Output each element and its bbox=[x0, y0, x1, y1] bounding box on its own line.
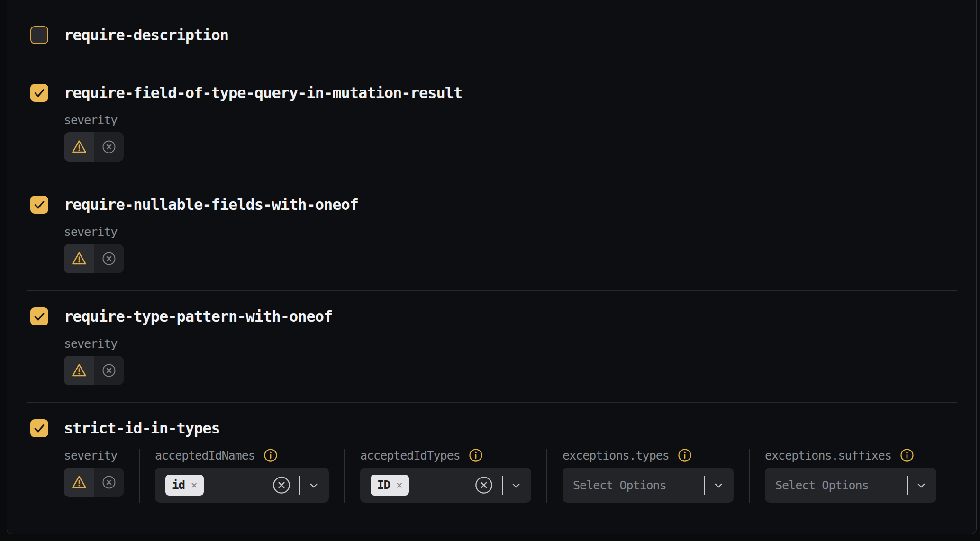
multiselect-input[interactable]: ID ✕ bbox=[360, 468, 531, 503]
rule-header: strict-id-in-types bbox=[30, 418, 957, 438]
rule-title: require-nullable-fields-with-oneof bbox=[64, 196, 358, 214]
column-divider bbox=[749, 449, 750, 503]
warning-triangle-icon bbox=[71, 139, 88, 155]
column-divider bbox=[139, 449, 140, 503]
multiselect-input[interactable]: id ✕ bbox=[155, 468, 329, 503]
rule-options: severity bbox=[64, 449, 957, 503]
option-column-acceptedIdNames: acceptedIdNames id ✕ bbox=[155, 449, 329, 503]
chevron-down-icon[interactable] bbox=[307, 479, 319, 491]
rule-options: severity bbox=[64, 225, 957, 273]
option-label: acceptedIdTypes bbox=[360, 449, 460, 462]
rule-header: require-field-of-type-query-in-mutation-… bbox=[30, 83, 957, 103]
info-icon[interactable] bbox=[469, 448, 483, 462]
remove-tag-icon[interactable]: ✕ bbox=[191, 480, 197, 490]
checkmark-icon bbox=[32, 198, 46, 212]
checkmark-icon bbox=[32, 421, 46, 435]
clear-all-icon[interactable] bbox=[474, 476, 493, 495]
circle-x-icon bbox=[102, 475, 116, 489]
info-icon[interactable] bbox=[900, 448, 914, 462]
separator bbox=[907, 476, 908, 495]
option-column-acceptedIdTypes: acceptedIdTypes ID ✕ bbox=[360, 449, 531, 503]
rule-header: require-nullable-fields-with-oneof bbox=[30, 195, 957, 215]
option-column-exceptions-types: exceptions.types Select Options bbox=[563, 449, 734, 503]
warning-triangle-icon bbox=[71, 474, 88, 490]
chevron-down-icon[interactable] bbox=[915, 479, 927, 491]
column-divider bbox=[546, 449, 547, 503]
option-label: exceptions.suffixes bbox=[765, 449, 891, 462]
severity-off-button[interactable] bbox=[94, 356, 124, 385]
multiselect-input[interactable]: Select Options bbox=[765, 468, 936, 503]
rule-row: require-nullable-fields-with-oneof sever… bbox=[27, 179, 957, 290]
rule-checkbox[interactable] bbox=[30, 26, 48, 44]
rule-checkbox[interactable] bbox=[30, 419, 48, 437]
severity-toggle bbox=[64, 356, 124, 385]
circle-x-icon bbox=[102, 252, 116, 266]
circle-x-icon bbox=[102, 140, 116, 154]
chevron-down-icon[interactable] bbox=[712, 479, 724, 491]
option-label: severity bbox=[64, 337, 117, 351]
rules-list: require-description require-field-of-typ… bbox=[7, 0, 976, 536]
column-divider bbox=[344, 449, 345, 503]
chevron-down-icon[interactable] bbox=[509, 479, 522, 491]
option-label: severity bbox=[64, 449, 117, 462]
severity-off-button[interactable] bbox=[94, 244, 124, 273]
tag-label: id bbox=[172, 478, 185, 492]
severity-toggle bbox=[64, 132, 124, 162]
separator bbox=[299, 476, 300, 495]
selected-tag: ID ✕ bbox=[371, 475, 409, 496]
rule-row: require-field-of-type-query-in-mutation-… bbox=[27, 67, 957, 179]
info-icon[interactable] bbox=[263, 448, 278, 462]
checkmark-icon bbox=[32, 309, 46, 324]
rule-checkbox[interactable] bbox=[30, 307, 48, 325]
rule-title: require-type-pattern-with-oneof bbox=[64, 307, 332, 325]
tag-label: ID bbox=[377, 478, 390, 492]
clear-all-icon[interactable] bbox=[272, 476, 291, 495]
selected-tag: id ✕ bbox=[165, 475, 204, 496]
rule-header: require-type-pattern-with-oneof bbox=[30, 307, 957, 326]
warning-triangle-icon bbox=[71, 362, 88, 379]
select-placeholder: Select Options bbox=[573, 478, 666, 492]
separator bbox=[502, 476, 503, 495]
option-column-severity: severity bbox=[64, 449, 124, 503]
option-label: exceptions.types bbox=[563, 449, 669, 462]
severity-off-button[interactable] bbox=[94, 468, 124, 497]
rule-title: require-field-of-type-query-in-mutation-… bbox=[64, 84, 462, 102]
option-label: acceptedIdNames bbox=[155, 449, 255, 462]
rule-options: severity bbox=[64, 113, 957, 162]
severity-warn-button[interactable] bbox=[64, 132, 94, 162]
severity-toggle bbox=[64, 244, 124, 273]
rule-row: strict-id-in-types severity bbox=[27, 402, 957, 536]
rule-header: require-description bbox=[30, 25, 957, 45]
rule-checkbox[interactable] bbox=[30, 196, 48, 214]
severity-warn-button[interactable] bbox=[64, 356, 94, 385]
info-icon[interactable] bbox=[678, 448, 692, 462]
rule-checkbox[interactable] bbox=[30, 84, 48, 102]
severity-toggle bbox=[64, 468, 124, 497]
rule-row: require-type-pattern-with-oneof severity bbox=[27, 290, 957, 402]
multiselect-input[interactable]: Select Options bbox=[563, 468, 734, 503]
option-label: severity bbox=[64, 113, 117, 127]
rules-config-card: require-description require-field-of-typ… bbox=[7, 0, 977, 534]
severity-warn-button[interactable] bbox=[64, 468, 94, 497]
select-placeholder: Select Options bbox=[775, 478, 869, 492]
severity-off-button[interactable] bbox=[94, 132, 124, 162]
checkmark-icon bbox=[32, 86, 46, 100]
rule-options: severity bbox=[64, 337, 957, 385]
rule-row: require-description bbox=[27, 9, 957, 67]
option-column-exceptions-suffixes: exceptions.suffixes Select Options bbox=[765, 449, 936, 503]
option-label: severity bbox=[64, 225, 117, 239]
rule-title: require-description bbox=[64, 26, 228, 44]
remove-tag-icon[interactable]: ✕ bbox=[396, 480, 402, 490]
severity-warn-button[interactable] bbox=[64, 244, 94, 273]
separator bbox=[704, 476, 705, 495]
warning-triangle-icon bbox=[71, 251, 88, 267]
circle-x-icon bbox=[102, 363, 116, 378]
rule-title: strict-id-in-types bbox=[64, 419, 220, 437]
